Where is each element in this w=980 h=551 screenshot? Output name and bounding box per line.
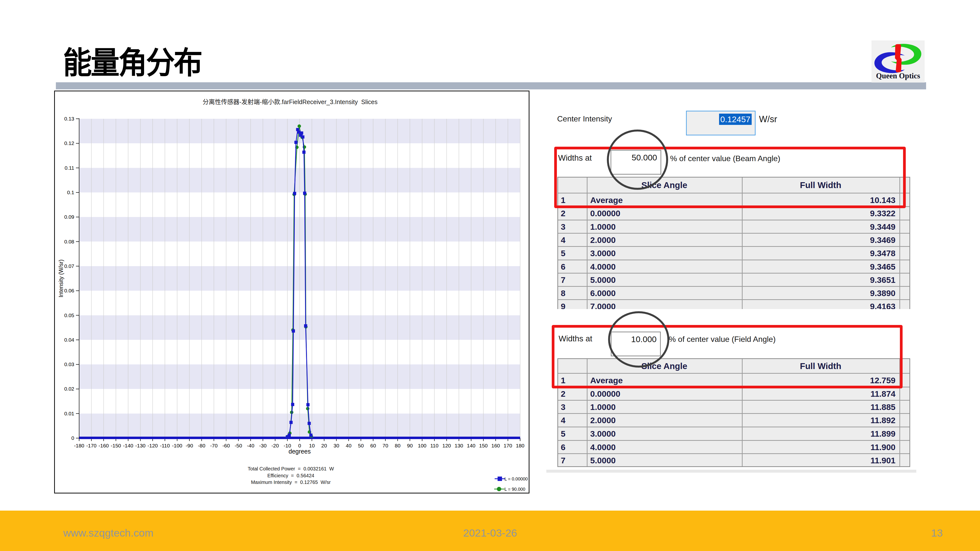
svg-text:-70: -70 [210, 443, 218, 448]
svg-text:Intensity (W/sr): Intensity (W/sr) [58, 260, 64, 297]
svg-text:50: 50 [358, 443, 364, 448]
svg-text:-130: -130 [135, 443, 146, 448]
svg-text:80: 80 [395, 443, 400, 448]
svg-text:180: 180 [516, 443, 524, 448]
svg-text:-110: -110 [160, 443, 170, 448]
svg-text:30: 30 [333, 443, 339, 448]
svg-text:-140: -140 [123, 443, 133, 448]
svg-text:分离性传感器-发射端-缩小款.farFieldReceive: 分离性传感器-发射端-缩小款.farFieldReceiver_3.Intens… [203, 98, 377, 105]
svg-text:0: 0 [71, 435, 74, 441]
svg-text:Total Collected Power = 0.00: Total Collected Power = 0.0032161 W [248, 466, 334, 472]
svg-text:-50: -50 [235, 443, 242, 448]
svg-text:-20: -20 [272, 443, 279, 448]
svg-text:L = 90.000: L = 90.000 [504, 487, 525, 492]
svg-text:0.09: 0.09 [64, 214, 74, 220]
svg-text:Efficiency = 0.56424: Efficiency = 0.56424 [267, 473, 314, 478]
svg-text:170: 170 [503, 443, 512, 448]
svg-text:60: 60 [370, 443, 376, 448]
svg-text:0.03: 0.03 [64, 362, 74, 367]
svg-text:0.01: 0.01 [64, 411, 74, 416]
svg-text:130: 130 [455, 443, 463, 448]
svg-text:0.13: 0.13 [64, 116, 74, 121]
svg-text:-30: -30 [259, 443, 267, 448]
svg-text:-120: -120 [148, 443, 158, 448]
svg-text:70: 70 [382, 443, 388, 448]
svg-text:-160: -160 [99, 443, 109, 448]
svg-text:0.08: 0.08 [64, 239, 74, 245]
svg-text:-170: -170 [86, 443, 97, 448]
svg-text:110: 110 [430, 443, 438, 448]
svg-text:-100: -100 [172, 443, 182, 448]
svg-text:-80: -80 [198, 443, 205, 448]
svg-text:150: 150 [479, 443, 488, 448]
svg-text:L = 0.00000: L = 0.00000 [504, 476, 528, 481]
svg-text:degrees: degrees [289, 448, 311, 455]
svg-text:40: 40 [346, 443, 351, 448]
svg-text:0.02: 0.02 [64, 386, 74, 392]
svg-text:-90: -90 [186, 443, 193, 448]
svg-text:90: 90 [407, 443, 412, 448]
svg-text:-60: -60 [223, 443, 230, 448]
svg-text:-40: -40 [247, 443, 254, 448]
svg-text:0.12: 0.12 [64, 140, 74, 146]
svg-text:160: 160 [491, 443, 500, 448]
svg-text:0.11: 0.11 [65, 165, 74, 171]
svg-text:20: 20 [321, 443, 327, 448]
svg-text:0: 0 [298, 443, 301, 448]
svg-text:0.05: 0.05 [64, 313, 74, 318]
svg-text:100: 100 [418, 443, 426, 448]
svg-text:-180: -180 [74, 443, 84, 448]
svg-text:0.04: 0.04 [64, 337, 74, 343]
svg-text:10: 10 [309, 443, 315, 448]
svg-text:140: 140 [467, 443, 475, 448]
svg-text:0.06: 0.06 [64, 288, 74, 294]
svg-text:0.1: 0.1 [67, 189, 74, 195]
svg-text:Maximum Intensity = 0.12765: Maximum Intensity = 0.12765 W/sr [251, 480, 331, 485]
svg-text:-10: -10 [284, 443, 291, 448]
svg-text:0.07: 0.07 [64, 263, 74, 269]
svg-text:-150: -150 [111, 443, 121, 448]
svg-text:120: 120 [442, 443, 451, 448]
